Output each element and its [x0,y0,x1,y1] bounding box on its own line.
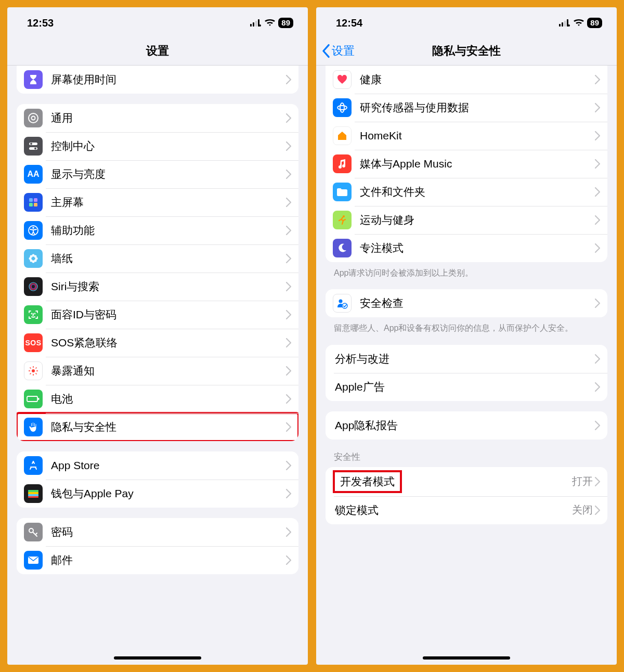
row-files-folders[interactable]: 文件和文件夹 [326,178,607,206]
chevron-icon [286,282,291,291]
row-lockdown-mode[interactable]: 锁定模式 关闭 [326,496,607,524]
nav-title: 隐私与安全性 [432,43,501,59]
status-time: 12:54 [336,17,362,29]
svg-point-30 [32,314,32,314]
chevron-icon [595,243,600,253]
chevron-icon [595,75,600,84]
svg-point-55 [340,103,344,112]
row-app-privacy-report[interactable]: App隐私报告 [326,411,607,440]
row-media-apple-music[interactable]: 媒体与Apple Music [326,150,607,178]
row-value: 关闭 [572,503,593,517]
group-screentime: 屏幕使用时间 [17,66,298,94]
chevron-icon [595,187,600,197]
row-faceid-passcode[interactable]: 面容ID与密码 [17,301,298,329]
row-screen-time[interactable]: 屏幕使用时间 [17,66,298,94]
gear-icon [24,109,43,127]
chevron-icon [286,489,291,498]
row-home-screen[interactable]: 主屏幕 [17,188,298,216]
row-label: 分析与改进 [335,352,595,366]
svg-rect-2 [255,21,257,27]
row-homekit[interactable]: HomeKit [326,122,607,150]
svg-line-40 [30,373,31,374]
svg-point-4 [259,24,261,27]
row-label: 运动与健身 [360,213,595,227]
svg-rect-14 [34,203,37,206]
row-label: 暴露通知 [51,364,286,378]
status-right: 89 [250,18,293,28]
svg-point-58 [342,303,347,308]
svg-point-5 [29,113,38,123]
row-sos[interactable]: SOS SOS紧急联络 [17,329,298,357]
row-label: 主屏幕 [51,195,286,210]
group-appstore: App Store 钱包与Apple Pay [17,451,298,508]
content-area: 屏幕使用时间 通用 控制中心 AA 显示与亮度 主 [7,66,308,665]
svg-rect-44 [28,492,38,494]
row-wallpaper[interactable]: 墙纸 [17,244,298,273]
svg-point-25 [32,257,35,260]
row-siri-search[interactable]: Siri与搜索 [17,273,298,301]
chevron-icon [595,477,600,486]
group-security: 开发者模式 打开 锁定模式 关闭 [326,467,607,524]
row-battery[interactable]: 电池 [17,385,298,413]
svg-point-9 [30,143,32,145]
switches-icon [24,137,43,156]
row-health[interactable]: 健康 [326,66,607,94]
row-analytics-improvements[interactable]: 分析与改进 [326,345,607,373]
mail-icon [24,551,43,570]
cellular-icon [559,19,570,27]
row-general[interactable]: 通用 [17,104,298,132]
row-label: 邮件 [51,553,286,567]
row-mail[interactable]: 邮件 [17,546,298,574]
row-focus[interactable]: 专注模式 [326,234,607,262]
svg-rect-50 [562,22,563,27]
row-label: 墙纸 [51,251,286,266]
svg-line-38 [36,373,37,374]
group-footer-safety: 留意哪些人、App和设备有权访问你的信息，从而保护个人安全。 [326,317,607,334]
group-header-security: 安全性 [326,440,607,467]
svg-rect-43 [28,490,38,492]
row-label: 专注模式 [360,241,595,255]
row-accessibility[interactable]: 辅助功能 [17,216,298,244]
cellular-icon [250,19,262,27]
chevron-icon [595,215,600,225]
fitness-icon [333,211,352,229]
chevron-icon [286,254,291,263]
row-research-sensor[interactable]: 研究传感器与使用数据 [326,94,607,122]
svg-point-21 [30,255,33,258]
row-privacy-security[interactable]: 隐私与安全性 [17,413,298,441]
row-passwords[interactable]: 密码 [17,518,298,546]
accessibility-icon [24,221,43,240]
safety-check-icon [333,294,352,313]
group-footer-categories: App请求访问时会被添加到以上类别。 [326,262,607,279]
row-label: 密码 [51,525,286,539]
chevron-icon [286,141,291,151]
row-exposure-notifications[interactable]: 暴露通知 [17,357,298,385]
wallet-icon [24,484,43,503]
group-safety-check: 安全检查 [326,289,607,317]
heart-icon [333,70,352,89]
row-control-center[interactable]: 控制中心 [17,132,298,160]
row-label: App隐私报告 [335,418,595,433]
chevron-icon [286,226,291,235]
row-developer-mode[interactable]: 开发者模式 打开 [326,467,607,496]
nav-back-button[interactable]: 设置 [321,43,355,59]
row-app-store[interactable]: App Store [17,451,298,480]
row-display-brightness[interactable]: AA 显示与亮度 [17,160,298,188]
svg-rect-0 [250,24,252,27]
battery-badge: 89 [587,18,602,28]
group-privacy-report: App隐私报告 [326,411,607,440]
chevron-icon [286,527,291,537]
row-wallet-applepay[interactable]: 钱包与Apple Pay [17,480,298,508]
row-label: 屏幕使用时间 [51,72,286,87]
row-safety-check[interactable]: 安全检查 [326,289,607,317]
group-passwords: 密码 邮件 [17,518,298,574]
row-label: HomeKit [360,130,595,142]
svg-rect-11 [29,198,33,202]
row-label: 研究传感器与使用数据 [360,100,595,115]
chevron-icon [286,366,291,376]
folder-icon [333,183,352,201]
row-label: Apple广告 [335,380,595,394]
row-apple-advertising[interactable]: Apple广告 [326,373,607,401]
music-icon [333,154,352,173]
row-motion-fitness[interactable]: 运动与健身 [326,206,607,234]
